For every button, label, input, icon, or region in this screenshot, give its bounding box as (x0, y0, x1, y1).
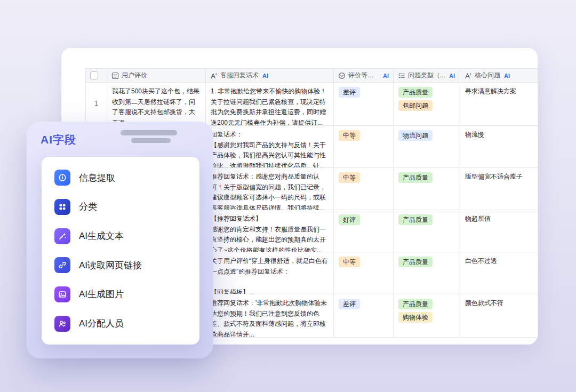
reply-text: 推荐回复话术：感谢您对商品质量的认可！关于版型偏宽的问题，我们已记录，建议瘦型顾… (211, 172, 329, 210)
table-row: 1 我花了500块买了这个包，结果收到第二天居然拉链坏了，问了客服说不支持包邮换… (85, 83, 538, 126)
info-icon (54, 170, 70, 186)
ai-text-field-icon (210, 72, 218, 79)
ai-badge: AI (383, 73, 389, 79)
grade-badge: 好评 (339, 214, 360, 225)
type-cell[interactable]: 产品质量包邮问题 (394, 83, 460, 126)
core-cell[interactable]: 颜色款式不符 (460, 294, 538, 338)
core-text: 寻求满意解决方案 (465, 86, 533, 97)
type-cell[interactable]: 产品质量购物体验 (394, 294, 460, 338)
core-cell[interactable]: 寻求满意解决方案 (460, 83, 538, 126)
ai-text-field-icon (465, 72, 472, 79)
core-text: 颜色款式不符 (465, 298, 533, 309)
type-cell[interactable]: 产品质量 (394, 168, 460, 210)
reply-text: 【推荐回复话术】 感谢您的肯定和支持！衣服质量是我们一直坚持的核心，能超出您的预… (211, 214, 329, 252)
magic-wand-icon (54, 228, 70, 244)
grade-badge: 中等 (339, 172, 360, 183)
core-cell[interactable]: 白色不过透 (460, 252, 538, 294)
menu-item-label: AI生成图片 (79, 288, 124, 300)
type-cell[interactable]: 产品质量 (394, 210, 460, 252)
column-header-review[interactable]: 用户评价 (107, 69, 206, 83)
ai-badge: AI (449, 73, 455, 79)
type-cell[interactable]: 物流问题 (394, 126, 460, 168)
single-select-icon (338, 72, 346, 79)
link-icon (54, 257, 70, 273)
menu-item-label: AI读取网页链接 (79, 259, 142, 271)
panel-title: AI字段 (41, 132, 76, 147)
reply-text: 推荐回复话术：'非常抱歉此次购物体验未达您的预期！我们已注意到您反馈的色差、款式… (211, 298, 329, 338)
menu-item-classify[interactable]: 分类 (42, 193, 199, 221)
core-cell[interactable]: 物流慢 (460, 126, 538, 168)
type-badge: 产品质量 (398, 257, 433, 267)
type-badge: 物流问题 (398, 130, 433, 141)
grade-badge: 差评 (339, 87, 360, 98)
column-header-grade[interactable]: 评价等级（... AI (334, 69, 394, 83)
masked-text-bar (121, 130, 177, 135)
select-all-checkbox[interactable] (90, 71, 98, 79)
column-header-core[interactable]: 核心问题 AI (460, 69, 538, 83)
ai-badge: AI (262, 73, 268, 79)
menu-item-ai-assign-people[interactable]: AI分配人员 (42, 309, 199, 338)
column-label: 客服回复话术 (220, 71, 259, 80)
reply-cell[interactable]: 关于用户评价“穿上身很舒适，就是白色有一点点透”的推荐回复话术： 【回复模板】.… (206, 252, 334, 294)
grade-badge: 中等 (339, 130, 360, 141)
core-text: 版型偏宽不适合瘦子 (465, 172, 533, 182)
core-text: 物流慢 (465, 130, 533, 140)
reply-cell[interactable]: 推荐回复话术：感谢您对商品质量的认可！关于版型偏宽的问题，我们已记录，建议瘦型顾… (206, 168, 334, 210)
reply-cell[interactable]: 【推荐回复话术】 感谢您的肯定和支持！衣服质量是我们一直坚持的核心，能超出您的预… (206, 210, 334, 252)
reply-cell[interactable]: 推荐回复话术：'非常抱歉此次购物体验未达您的预期！我们已注意到您反馈的色差、款式… (206, 294, 334, 338)
column-label: 用户评价 (122, 71, 147, 80)
grade-cell[interactable]: 差评 (334, 294, 394, 338)
menu-item-label: AI生成文本 (79, 230, 124, 242)
masked-text-bar (131, 138, 171, 143)
column-label: 问题类型（... (408, 71, 445, 80)
column-header-type[interactable]: 问题类型（... AI (394, 69, 460, 83)
review-cell[interactable]: 我花了500块买了这个包，结果收到第二天居然拉链坏了，问了客服说不支持包邮换货，… (107, 83, 206, 126)
core-cell[interactable]: 物超所值 (460, 210, 538, 252)
column-header-reply[interactable]: 客服回复话术 AI (206, 69, 334, 83)
menu-item-ai-generate-text[interactable]: AI生成文本 (42, 222, 199, 251)
reply-text: 1. 非常抱歉给您带来不愉快的购物体验！关于拉链问题我们已紧急核查，现决定特批为… (211, 86, 329, 126)
reply-cell[interactable]: 1. 非常抱歉给您带来不愉快的购物体验！关于拉链问题我们已紧急核查，现决定特批为… (206, 83, 334, 126)
core-text: 白色不过透 (465, 256, 533, 267)
text-field-icon (111, 72, 119, 79)
grade-badge: 中等 (339, 257, 360, 267)
type-badge: 产品质量 (398, 172, 433, 183)
type-badge: 产品质量 (398, 87, 433, 98)
grade-cell[interactable]: 中等 (334, 168, 394, 210)
ai-fields-panel: AI字段 信息提取 分类 AI生成文本 AI读取网页链接 (27, 122, 213, 358)
grade-cell[interactable]: 中等 (334, 252, 394, 294)
menu-item-ai-read-web-link[interactable]: AI读取网页链接 (42, 251, 199, 279)
ai-fields-menu: 信息提取 分类 AI生成文本 AI读取网页链接 AI生成图片 (42, 157, 199, 345)
menu-item-label: AI分配人员 (79, 317, 124, 330)
core-cell[interactable]: 版型偏宽不适合瘦子 (460, 168, 538, 210)
table-header-row: 用户评价 客服回复话术 AI 评价等级（... AI 问题类型（... AI 核… (85, 68, 538, 83)
menu-item-ai-generate-image[interactable]: AI生成图片 (42, 280, 199, 309)
core-text: 物超所值 (465, 214, 533, 225)
reply-text: 关于用户评价“穿上身很舒适，就是白色有一点点透”的推荐回复话术： 【回复模板】.… (211, 256, 329, 294)
type-cell[interactable]: 产品质量 (394, 252, 460, 294)
grade-cell[interactable]: 中等 (334, 126, 394, 168)
menu-item-label: 分类 (79, 201, 97, 213)
type-badge: 包邮问题 (398, 100, 433, 111)
reply-text: 回复话术： 【感谢您对我司产品的支持与反馈！关于产品体验，我们很高兴您认可其性能… (211, 130, 329, 168)
reply-cell[interactable]: 回复话术： 【感谢您对我司产品的支持与反馈！关于产品体验，我们很高兴您认可其性能… (206, 126, 334, 168)
column-label: 评价等级（... (348, 71, 379, 80)
menu-item-label: 信息提取 (79, 172, 115, 184)
grade-badge: 差评 (339, 299, 360, 309)
grade-cell[interactable]: 好评 (334, 210, 394, 252)
type-badge: 购物体验 (398, 312, 433, 323)
ai-badge: AI (504, 73, 510, 79)
type-badge: 产品质量 (398, 214, 433, 225)
people-icon (54, 316, 70, 332)
review-text: 我花了500块买了这个包，结果收到第二天居然拉链坏了，问了客服说不支持包邮换货，… (112, 86, 201, 126)
multi-select-icon (398, 72, 405, 79)
select-all-cell (86, 69, 107, 83)
column-label: 核心问题 (475, 71, 500, 80)
menu-item-info-extract[interactable]: 信息提取 (42, 163, 199, 192)
image-icon (54, 286, 70, 302)
grade-cell[interactable]: 差评 (334, 83, 394, 126)
grid-icon (54, 199, 70, 215)
row-number: 1 (94, 99, 98, 109)
row-number-cell[interactable]: 1 (86, 83, 107, 126)
type-badge: 产品质量 (398, 299, 433, 309)
